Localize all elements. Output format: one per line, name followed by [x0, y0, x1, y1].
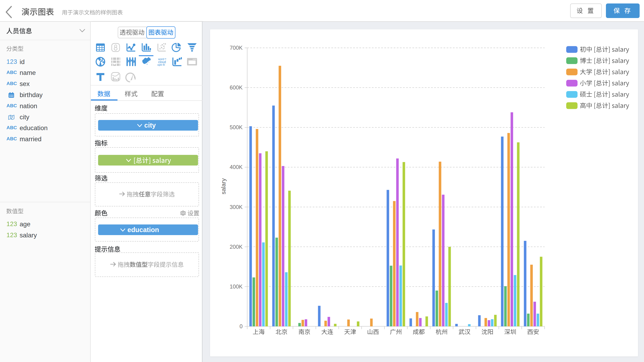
svg-text:0: 0	[240, 323, 242, 329]
svg-text:700K: 700K	[230, 45, 242, 51]
svg-text:500K: 500K	[230, 124, 242, 130]
svg-text:BI: BI	[164, 58, 166, 60]
svg-text:200K: 200K	[230, 244, 242, 250]
svg-text:salary: salary	[220, 178, 227, 194]
svg-text:400K: 400K	[230, 164, 242, 170]
svg-text:600K: 600K	[230, 84, 242, 91]
svg-text:300K: 300K	[230, 204, 242, 210]
svg-text:100K: 100K	[230, 283, 242, 290]
svg-text:cloud: cloud	[158, 60, 166, 64]
svg-text:agile Bi: agile Bi	[157, 64, 165, 66]
